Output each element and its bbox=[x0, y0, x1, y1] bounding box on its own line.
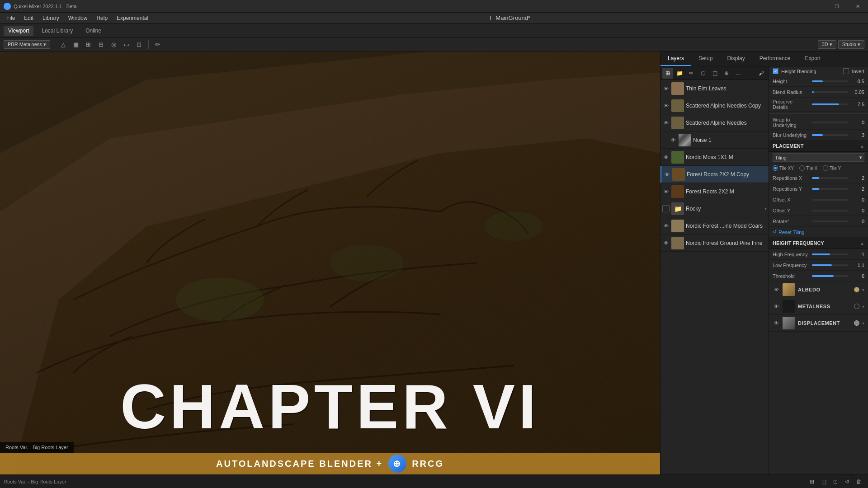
eye-displacement[interactable]: 👁 bbox=[773, 319, 780, 327]
tab-local-library[interactable]: Local Library bbox=[37, 26, 77, 36]
radio-tile-y[interactable]: Tile Y bbox=[823, 165, 841, 171]
eye-scattered-copy[interactable]: 👁 bbox=[662, 102, 670, 109]
height-frequency-header[interactable]: HEIGHT FREQUENCY ▲ bbox=[769, 238, 868, 249]
menu-help[interactable]: Help bbox=[92, 14, 112, 22]
tab-viewport[interactable]: Viewport bbox=[4, 26, 33, 36]
layer-noise-1[interactable]: 👁 Noise 1 bbox=[660, 131, 769, 149]
radio-tile-x[interactable]: Tile X bbox=[799, 165, 817, 171]
high-freq-slider[interactable] bbox=[812, 253, 849, 255]
eye-metalness[interactable]: 👁 bbox=[773, 303, 780, 310]
layer-forest-roots-copy[interactable]: 👁 Forest Roots 2X2 M Copy bbox=[660, 166, 769, 183]
viewport[interactable]: CHAPTER VI Roots Var. - Big Roots Layer … bbox=[0, 52, 660, 474]
expand-rocky[interactable]: ▾ bbox=[764, 206, 767, 211]
tiling-select[interactable]: Tiling ▾ bbox=[773, 153, 864, 162]
layer-scattered-alpine[interactable]: 👁 Scattered Alpine Needles bbox=[660, 114, 769, 131]
eye-nordic-forest-pine[interactable]: 👁 bbox=[662, 239, 670, 247]
threshold-slider[interactable] bbox=[812, 275, 849, 277]
height-slider[interactable] bbox=[812, 80, 849, 82]
menu-file[interactable]: File bbox=[2, 14, 19, 22]
layer-thin-elm-leaves[interactable]: 👁 Thin Elm Leaves bbox=[660, 80, 769, 97]
add-paint-button[interactable]: ✏ bbox=[686, 68, 697, 79]
placement-header[interactable]: PLACEMENT ▲ bbox=[769, 141, 868, 152]
height-blending-checkbox[interactable]: ✓ bbox=[773, 68, 778, 74]
metalness-color-dot[interactable] bbox=[854, 304, 859, 309]
height-freq-collapse-icon[interactable]: ▲ bbox=[860, 241, 864, 246]
placement-collapse-icon[interactable]: ▲ bbox=[860, 144, 864, 149]
close-button[interactable]: ✕ bbox=[847, 0, 868, 13]
bottom-icon-2[interactable]: ◫ bbox=[818, 476, 829, 487]
add-folder-button[interactable]: 📁 bbox=[674, 68, 685, 79]
eye-nordic-forest-coars[interactable]: 👁 bbox=[662, 222, 670, 230]
minimize-button[interactable]: — bbox=[806, 0, 826, 13]
eye-nordic-moss[interactable]: 👁 bbox=[662, 154, 670, 161]
displacement-color-dot[interactable] bbox=[854, 320, 859, 326]
layer-forest-roots[interactable]: 👁 Forest Roots 2X2 M bbox=[660, 183, 769, 200]
channel-displacement-row[interactable]: 👁 DISPLACEMENT ▾ bbox=[769, 315, 868, 332]
offset-y-slider[interactable] bbox=[812, 210, 849, 211]
channel-metalness-row[interactable]: 👁 METALNESS ▾ bbox=[769, 298, 868, 315]
albedo-chevron-icon[interactable]: ▾ bbox=[862, 287, 864, 292]
tab-online[interactable]: Online bbox=[81, 26, 106, 36]
bottom-icon-4[interactable]: ↺ bbox=[842, 476, 853, 487]
offset-x-slider[interactable] bbox=[812, 199, 849, 201]
eye-forest-roots-copy[interactable]: 👁 bbox=[663, 171, 670, 178]
layer-nordic-moss[interactable]: 👁 Nordic Moss 1X1 M bbox=[660, 149, 769, 166]
menu-experimental[interactable]: Experimental bbox=[112, 14, 153, 22]
tab-setup[interactable]: Setup bbox=[691, 52, 720, 66]
layer-mask-button[interactable]: ⊕ bbox=[721, 68, 732, 79]
channel-albedo-row[interactable]: 👁 ALBEDO ▾ bbox=[769, 282, 868, 298]
eye-scattered-alpine[interactable]: 👁 bbox=[662, 119, 670, 127]
maximize-button[interactable]: ☐ bbox=[826, 0, 847, 13]
view-tiles-icon[interactable]: ⊟ bbox=[96, 39, 107, 50]
shape-sphere-icon[interactable]: △ bbox=[58, 39, 69, 50]
menu-library[interactable]: Library bbox=[38, 14, 64, 22]
eye-noise-1[interactable]: 👁 bbox=[670, 136, 677, 144]
eye-thin-elm[interactable]: 👁 bbox=[662, 85, 670, 92]
add-layer-button[interactable]: ⊞ bbox=[662, 68, 673, 79]
paint-brush-icon[interactable]: 🖌 bbox=[756, 68, 767, 79]
rep-y-slider[interactable] bbox=[812, 188, 849, 190]
displacement-chevron-icon[interactable]: ▾ bbox=[862, 321, 864, 326]
blend-radius-slider[interactable] bbox=[812, 91, 849, 93]
layer-scattered-copy[interactable]: 👁 Scattered Alpine Needles Copy bbox=[660, 97, 769, 114]
layer-nordic-forest-pine[interactable]: 👁 Nordic Forest Ground Pine Fine bbox=[660, 235, 769, 252]
view-2d-icon[interactable]: ▦ bbox=[71, 39, 81, 50]
bottom-icon-5[interactable]: 🗑 bbox=[854, 476, 864, 487]
layer-rocky-folder[interactable]: 📁 Rocky ▾ bbox=[660, 200, 769, 217]
low-freq-slider[interactable] bbox=[812, 264, 849, 266]
view-grid-icon[interactable]: ⊞ bbox=[83, 39, 94, 50]
invert-checkbox[interactable] bbox=[843, 68, 849, 74]
blur-underlying-slider[interactable] bbox=[812, 134, 849, 136]
rotate-slider[interactable] bbox=[812, 221, 849, 222]
view-plane-icon[interactable]: ▭ bbox=[121, 39, 132, 50]
preserve-details-slider[interactable] bbox=[812, 103, 849, 105]
check-rocky[interactable] bbox=[662, 205, 670, 212]
studio-mode-selector[interactable]: Studio ▾ bbox=[838, 40, 864, 49]
bottom-icon-1[interactable]: ⊞ bbox=[807, 476, 817, 487]
view-custom-icon[interactable]: ⊡ bbox=[134, 39, 145, 50]
menu-edit[interactable]: Edit bbox=[19, 14, 38, 22]
rep-x-slider[interactable] bbox=[812, 177, 849, 179]
layer-effect-button[interactable]: ◫ bbox=[709, 68, 720, 79]
bottom-icon-3[interactable]: ⊡ bbox=[830, 476, 841, 487]
wrap-underlying-slider[interactable] bbox=[812, 122, 849, 123]
layer-more-button[interactable]: … bbox=[733, 68, 744, 79]
tab-export[interactable]: Export bbox=[797, 52, 828, 66]
tab-layers[interactable]: Layers bbox=[660, 52, 691, 66]
radio-tile-xy[interactable]: Tile XY bbox=[773, 165, 794, 171]
tab-performance[interactable]: Performance bbox=[752, 52, 798, 66]
eye-albedo[interactable]: 👁 bbox=[773, 286, 780, 293]
layer-type-button[interactable]: ⬡ bbox=[698, 68, 708, 79]
reset-tiling-button[interactable]: Reset Tiling bbox=[778, 230, 804, 235]
albedo-color-dot[interactable] bbox=[854, 287, 859, 292]
eye-forest-roots[interactable]: 👁 bbox=[662, 188, 670, 195]
layer-nordic-forest-coars[interactable]: 👁 Nordic Forest ...ine Modd Coars bbox=[660, 217, 769, 235]
view-sphere-icon[interactable]: ◎ bbox=[108, 39, 119, 50]
tab-display[interactable]: Display bbox=[720, 52, 752, 66]
reset-tiling-icon[interactable]: ↺ bbox=[773, 229, 777, 235]
metalness-chevron-icon[interactable]: ▾ bbox=[862, 304, 864, 309]
menu-window[interactable]: Window bbox=[64, 14, 92, 22]
paint-icon[interactable]: ✏ bbox=[152, 39, 163, 50]
3d-mode-selector[interactable]: 3D ▾ bbox=[818, 40, 836, 49]
material-mode-selector[interactable]: PBR Metalness ▾ bbox=[4, 40, 50, 49]
